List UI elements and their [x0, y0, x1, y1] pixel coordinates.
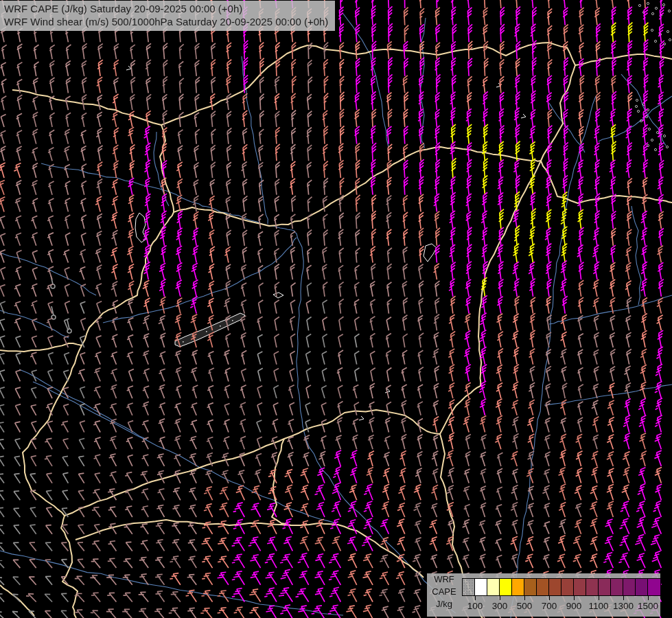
- colorbar-tick: [524, 596, 525, 600]
- title-line-1: WRF CAPE (J/kg) Saturday 20-09-2025 00:0…: [4, 2, 328, 15]
- colorbar-tick-label: 1100: [585, 601, 612, 611]
- cape-color-cell: [561, 579, 574, 595]
- colorbar-tick: [475, 596, 476, 600]
- cape-color-cell: [549, 579, 561, 595]
- colorbar-tick: [549, 596, 550, 600]
- cape-color-cell: [648, 579, 660, 595]
- colorbar-tick-label: 900: [560, 601, 588, 611]
- cape-colorbar: [462, 578, 661, 596]
- colorbar-tick-label: 1500: [634, 601, 662, 611]
- legend-label-model: WRF: [427, 573, 461, 586]
- legend-label-variable: CAPE: [427, 586, 461, 598]
- cape-color-cell: [524, 579, 537, 595]
- cape-color-cell: [586, 579, 599, 595]
- cape-color-cell: [463, 579, 475, 595]
- cape-color-cell: [611, 579, 623, 595]
- cape-color-cell: [599, 579, 611, 595]
- weather-map-page: WRF CAPE (J/kg) Saturday 20-09-2025 00:0…: [0, 0, 672, 618]
- cape-color-cell: [537, 579, 549, 595]
- weather-map-canvas: [0, 0, 672, 618]
- cape-color-cell: [574, 579, 586, 595]
- cape-color-cell: [500, 579, 512, 595]
- cape-color-cell: [487, 579, 500, 595]
- title-overlay: WRF CAPE (J/kg) Saturday 20-09-2025 00:0…: [0, 1, 335, 31]
- colorbar-tick-label: 700: [535, 601, 563, 611]
- legend-panel: WRF CAPE J/kg 10030050070090011001300150…: [427, 573, 660, 617]
- cape-color-cell: [636, 579, 648, 595]
- colorbar-tick: [500, 596, 500, 600]
- colorbar-tick-label: 300: [486, 601, 513, 611]
- title-line-2: WRF Wind shear (m/s) 500/1000hPa Saturda…: [4, 15, 328, 28]
- cape-color-cell: [512, 579, 524, 595]
- legend-side-labels: WRF CAPE J/kg: [427, 573, 461, 617]
- colorbar-tick: [623, 596, 624, 600]
- colorbar-tick: [599, 596, 599, 600]
- colorbar-tick: [648, 596, 649, 600]
- cape-color-cell: [475, 579, 487, 595]
- colorbar-tick: [574, 596, 575, 600]
- cape-color-cell: [623, 579, 636, 595]
- colorbar-tick-label: 500: [511, 601, 538, 611]
- legend-label-unit: J/kg: [427, 598, 461, 610]
- colorbar-tick-label: 100: [461, 601, 489, 611]
- colorbar-tick-label: 1300: [610, 601, 637, 611]
